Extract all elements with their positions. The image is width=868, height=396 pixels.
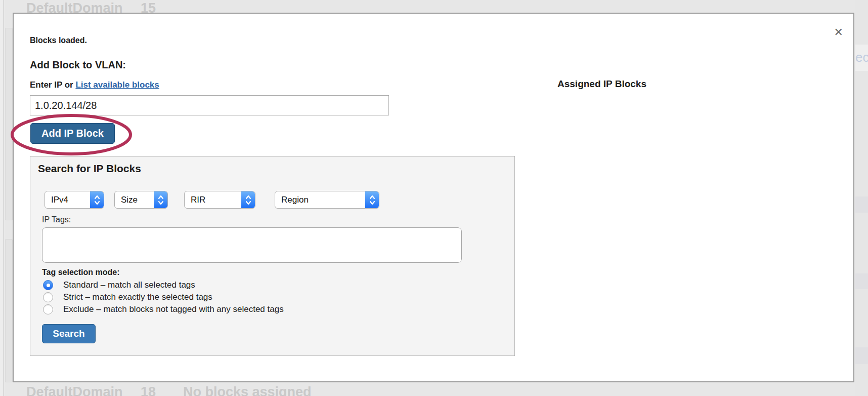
background-left-rail: [0, 0, 4, 396]
background-row-domain-bottom: DefaultDomain: [26, 384, 123, 396]
background-right-band: ect: [855, 45, 868, 71]
radio-label: Strict – match exactly the selected tags: [63, 292, 212, 302]
search-panel-title: Search for IP Blocks: [38, 163, 141, 175]
tag-mode-option-standard: Standard – match all selected tags: [43, 279, 195, 291]
status-message: Blocks loaded.: [30, 36, 87, 45]
search-button[interactable]: Search: [42, 324, 96, 343]
enter-ip-row: Enter IP or List available blocks: [30, 80, 159, 90]
enter-ip-label: Enter IP or: [30, 80, 73, 90]
list-available-blocks-link[interactable]: List available blocks: [75, 80, 159, 90]
background-right-band: [855, 196, 868, 213]
search-panel: Search for IP Blocks IPv4 Size RIR: [30, 156, 515, 356]
radio-label: Exclude – match blocks not tagged with a…: [63, 304, 284, 314]
chevron-updown-icon: [365, 191, 379, 208]
assigned-ip-blocks-heading: Assigned IP Blocks: [557, 78, 646, 90]
tag-mode-option-exclude: Exclude – match blocks not tagged with a…: [43, 303, 284, 315]
tag-selection-mode-label: Tag selection mode:: [42, 268, 120, 277]
radio-strict[interactable]: [43, 292, 53, 302]
filter-select-size[interactable]: Size: [114, 191, 168, 209]
add-block-modal: ✕ Blocks loaded. Add Block to VLAN: Ente…: [13, 13, 854, 382]
ip-address-input[interactable]: [30, 95, 389, 115]
ip-tags-label: IP Tags:: [42, 215, 71, 224]
modal-title: Add Block to VLAN:: [30, 59, 126, 71]
background-clipped-text: ect: [855, 50, 868, 65]
filter-select-value: IPv4: [45, 195, 68, 205]
background-row-vlan-bottom: 18: [141, 384, 156, 396]
filter-select-value: Size: [115, 195, 138, 205]
filter-select-rir[interactable]: RIR: [184, 191, 255, 209]
radio-label: Standard – match all selected tags: [63, 280, 195, 290]
filter-select-value: RIR: [185, 195, 205, 205]
filter-select-value: Region: [275, 195, 309, 205]
filter-select-ip-version[interactable]: IPv4: [45, 191, 104, 209]
tag-mode-option-strict: Strict – match exactly the selected tags: [43, 291, 212, 303]
chevron-updown-icon: [241, 191, 255, 208]
ip-tags-input[interactable]: [42, 227, 462, 263]
chevron-updown-icon: [154, 191, 167, 208]
radio-exclude[interactable]: [43, 304, 53, 314]
add-ip-block-button[interactable]: Add IP Block: [30, 123, 115, 144]
page-background: DefaultDomain 15 DefaultDomain 18 No blo…: [0, 0, 868, 396]
close-icon[interactable]: ✕: [834, 27, 843, 38]
radio-standard[interactable]: [43, 280, 53, 290]
background-card-edge: [5, 239, 13, 382]
background-right-band: [855, 347, 868, 364]
background-right-edge: ect: [855, 0, 868, 396]
chevron-updown-icon: [90, 191, 104, 208]
background-right-band: [855, 273, 868, 289]
background-row-status-bottom: No blocks assigned: [183, 384, 312, 396]
filter-select-region[interactable]: Region: [275, 191, 379, 209]
background-card-edge: [5, 28, 13, 220]
